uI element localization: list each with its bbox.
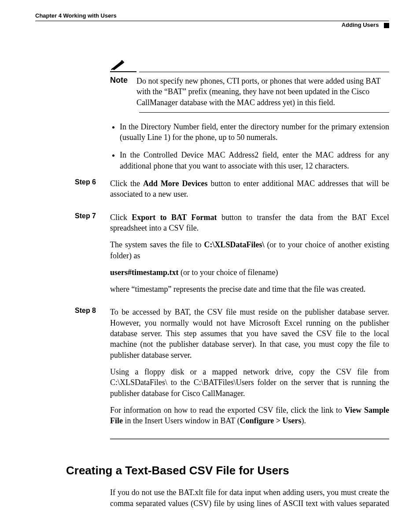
path-ref: C:\XLSDataFiles\ [204, 240, 264, 249]
ui-ref: Add More Devices [143, 179, 208, 188]
note-text: Do not specify new phones, CTI ports, or… [136, 76, 389, 108]
text: To be accessed by BAT, the CSV file must… [110, 307, 389, 360]
page: Chapter 4 Working with Users Adding User… [0, 0, 420, 510]
list-item: In the Controlled Device MAC Address2 fi… [120, 150, 389, 171]
ui-ref: Export to BAT Format [132, 213, 217, 222]
step-6: Step 6 Click the Add More Devices button… [75, 178, 389, 206]
step-label: Step 7 [75, 212, 110, 301]
text: For information on how to read the expor… [110, 406, 345, 415]
text: (or to your choice of filename) [178, 268, 278, 277]
header-section-row: Adding Users [35, 22, 389, 28]
text: ). [302, 416, 306, 425]
step-label: Step 8 [75, 307, 110, 432]
end-rule [110, 438, 389, 440]
section-marker-icon [384, 23, 389, 28]
text: Using a floppy disk or a mapped network … [110, 367, 389, 399]
note-label: Note [110, 76, 136, 85]
content-area: Note Do not specify new phones, CTI port… [110, 59, 389, 510]
step-body: Click the Add More Devices button to ent… [110, 178, 389, 206]
section-heading: Creating a Text-Based CSV File for Users [66, 464, 389, 477]
text: Click the [110, 179, 143, 188]
step-body: To be accessed by BAT, the CSV file must… [110, 307, 389, 432]
text: Click [110, 213, 132, 222]
header-chapter: Chapter 4 Working with Users [35, 12, 389, 19]
bullet-list: In the Directory Number field, enter the… [110, 121, 389, 171]
step-8: Step 8 To be accessed by BAT, the CSV fi… [75, 307, 389, 432]
text: The system saves the file to [110, 240, 204, 249]
step-label: Step 6 [75, 178, 110, 206]
note-block: Note Do not specify new phones, CTI port… [110, 59, 389, 113]
text: in the Insert Users window in BAT ( [123, 416, 240, 425]
step-7: Step 7 Click Export to BAT Format button… [75, 212, 389, 301]
section-intro: If you do not use the BAT.xlt file for d… [110, 487, 389, 510]
header-section: Adding Users [342, 22, 379, 28]
note-icon-wrap [110, 59, 136, 72]
menu-ref: Configure > Users [240, 416, 302, 425]
step-body: Click Export to BAT Format button to tra… [110, 212, 389, 301]
filename-ref: users#timestamp.txt [110, 268, 178, 277]
text: where “timestamp” represents the precise… [110, 284, 389, 294]
list-item: In the Directory Number field, enter the… [120, 121, 389, 143]
pencil-icon [110, 59, 126, 70]
